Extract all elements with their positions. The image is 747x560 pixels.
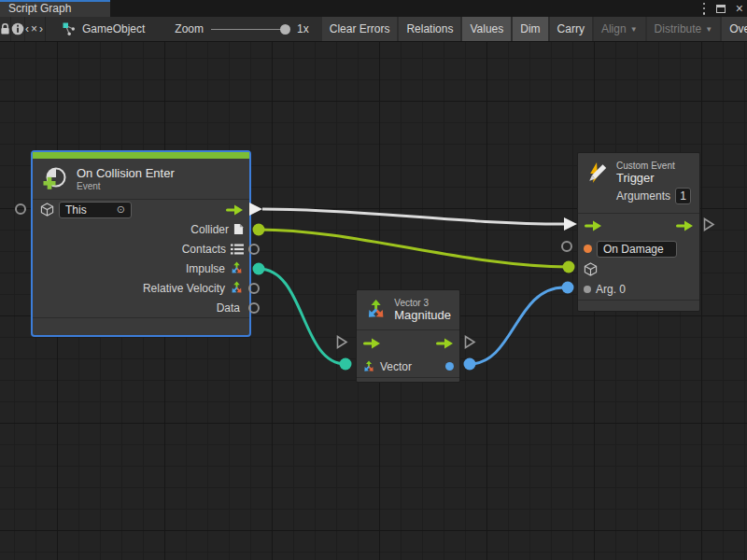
- gameobject-cube-icon: [584, 262, 598, 276]
- event-name-row: On Damage: [578, 238, 699, 259]
- generic-input-type-dot: [584, 286, 591, 293]
- argument-row: Arg. 0: [578, 279, 699, 300]
- node-type-label: Vector 3: [394, 298, 451, 308]
- lock-icon: [0, 22, 10, 35]
- node-trigger-custom-event[interactable]: Custom Event Trigger Arguments 1: [577, 152, 700, 312]
- clear-errors-button[interactable]: Clear Errors: [322, 17, 400, 41]
- collision-event-icon: [41, 166, 69, 192]
- node-footer: [33, 317, 249, 335]
- contacts-list-icon: [231, 244, 244, 255]
- output-row-collider: Collider: [33, 219, 249, 239]
- port-magnitude-flow-input[interactable]: [336, 335, 348, 349]
- code-icon: ‹×›: [25, 22, 45, 35]
- zoom-slider-handle[interactable]: [280, 24, 290, 35]
- port-trigger-flow-output[interactable]: [703, 217, 715, 231]
- flow-arrow-icon: [362, 338, 381, 349]
- object-picker-icon[interactable]: ⊙: [117, 204, 125, 215]
- vector3-icon: [230, 281, 244, 295]
- output-row-contacts: Contacts: [33, 239, 249, 259]
- info-button[interactable]: [11, 17, 25, 41]
- float-output-type-dot: [445, 362, 454, 371]
- port-this-input[interactable]: [15, 203, 26, 215]
- node-magnitude[interactable]: Vector 3 Magnitude Vector: [356, 289, 460, 383]
- port-event-name-input[interactable]: [561, 241, 572, 252]
- target-row: [578, 259, 699, 279]
- port-contacts-output[interactable]: [248, 244, 260, 255]
- vector3-icon: [230, 261, 244, 275]
- event-name-field[interactable]: On Damage: [597, 241, 677, 258]
- node-on-collision-enter[interactable]: On Collision Enter Event This ⊙ Collider: [33, 152, 249, 335]
- align-dropdown[interactable]: Align ▼: [594, 17, 647, 41]
- node-footer: [578, 300, 699, 313]
- code-view-button[interactable]: ‹×›: [25, 17, 46, 41]
- arguments-count-field[interactable]: 1: [675, 188, 691, 204]
- zoom-slider-track: [211, 29, 289, 31]
- node-title: Magnitude: [394, 308, 451, 322]
- flow-arrow-icon: [225, 204, 244, 216]
- custom-event-icon: [586, 161, 609, 185]
- input-row-vector: Vector: [357, 356, 459, 377]
- graph-toolbar: ‹×› GameObject Zoom 1x Clear Errors Rela: [0, 17, 747, 42]
- node-subtitle: Event: [77, 181, 175, 191]
- graph-owner-label: GameObject: [82, 22, 145, 35]
- maximize-icon[interactable]: [716, 5, 726, 13]
- chevron-down-icon: ▼: [705, 25, 712, 34]
- lock-button[interactable]: [0, 17, 11, 41]
- arguments-label: Arguments: [616, 189, 670, 203]
- vector3-icon: [365, 299, 387, 321]
- graph-owner-icon: [63, 22, 77, 36]
- relations-button[interactable]: Relations: [399, 17, 462, 41]
- port-data-output[interactable]: [248, 302, 260, 314]
- output-row-data: Data: [33, 298, 249, 317]
- tab-script-graph[interactable]: Script Graph: [0, 0, 110, 17]
- target-object-field[interactable]: This ⊙: [59, 202, 132, 218]
- node-footer: [357, 377, 459, 384]
- tab-label: Script Graph: [8, 2, 71, 15]
- info-icon: [11, 22, 24, 35]
- zoom-label: Zoom: [175, 22, 204, 35]
- port-magnitude-flow-output[interactable]: [464, 335, 476, 349]
- values-toggle[interactable]: Values: [462, 17, 513, 41]
- node-type-label: Custom Event: [616, 161, 691, 171]
- dim-toggle[interactable]: Dim: [513, 17, 549, 41]
- output-row-relative-velocity: Relative Velocity: [33, 278, 249, 298]
- collider-document-icon: [233, 223, 244, 235]
- port-relative-velocity-output[interactable]: [248, 283, 260, 294]
- node-title: On Collision Enter: [77, 166, 175, 180]
- output-row-impulse: Impulse: [33, 259, 249, 278]
- graph-owner-chip[interactable]: GameObject: [46, 17, 154, 41]
- chevron-down-icon: ▼: [630, 25, 638, 34]
- close-icon[interactable]: ×: [736, 2, 743, 15]
- flow-arrow-icon: [584, 220, 602, 231]
- event-color-bar: [33, 152, 249, 159]
- script-graph-window: Script Graph × ‹×›: [0, 0, 747, 560]
- string-input-type-dot: [584, 245, 592, 253]
- overview-button[interactable]: Overv: [722, 17, 747, 41]
- vector3-icon: [362, 360, 375, 373]
- distribute-dropdown[interactable]: Distribute ▼: [647, 17, 723, 41]
- node-title: Trigger: [616, 171, 691, 185]
- flow-arrow-icon: [435, 338, 454, 349]
- kebab-menu-icon[interactable]: [703, 3, 706, 15]
- gameobject-cube-icon: [40, 203, 54, 217]
- zoom-slider[interactable]: [211, 17, 289, 42]
- zoom-value: 1x: [297, 22, 309, 35]
- carry-toggle[interactable]: Carry: [550, 17, 594, 41]
- tab-bar: Script Graph ×: [0, 0, 747, 17]
- flow-arrow-icon: [675, 220, 694, 231]
